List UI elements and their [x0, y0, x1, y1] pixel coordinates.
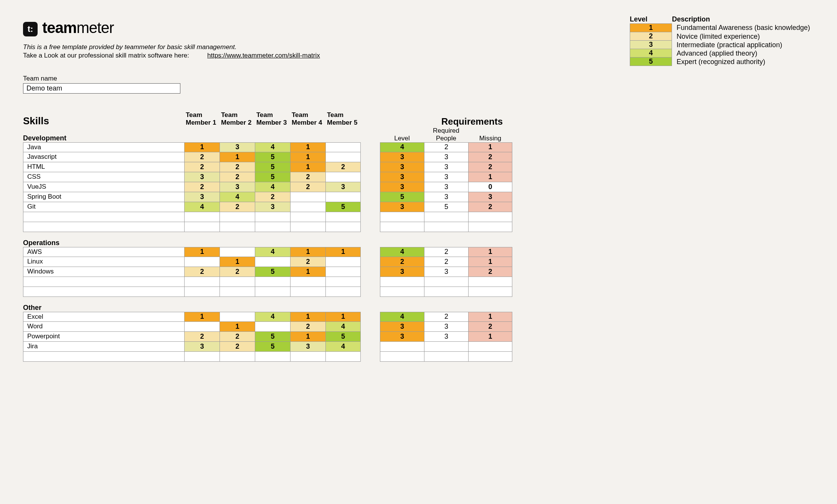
skill-level-cell[interactable] [220, 352, 255, 362]
req-missing-cell[interactable]: 1 [468, 247, 512, 257]
skill-level-cell[interactable]: 1 [290, 142, 325, 152]
req-missing-cell[interactable]: 2 [468, 202, 512, 212]
req-missing-cell[interactable]: 1 [468, 332, 512, 342]
skill-level-cell[interactable] [290, 212, 325, 222]
req-missing-cell[interactable]: 1 [468, 172, 512, 182]
req-people-cell[interactable]: 2 [424, 257, 468, 267]
skill-level-cell[interactable]: 3 [290, 342, 325, 352]
req-people-cell[interactable]: 2 [424, 312, 468, 322]
skill-level-cell[interactable] [325, 287, 361, 297]
skill-name-cell[interactable]: Git [23, 202, 184, 212]
skill-level-cell[interactable]: 2 [290, 172, 325, 182]
skill-level-cell[interactable]: 2 [220, 332, 255, 342]
req-people-cell[interactable]: 3 [424, 172, 468, 182]
skill-level-cell[interactable]: 3 [184, 342, 220, 352]
skill-level-cell[interactable]: 5 [255, 332, 290, 342]
skill-level-cell[interactable]: 3 [184, 172, 220, 182]
skill-level-cell[interactable] [290, 287, 325, 297]
req-missing-cell[interactable] [468, 342, 512, 352]
skill-level-cell[interactable]: 2 [220, 267, 255, 277]
req-people-cell[interactable] [424, 287, 468, 297]
skill-level-cell[interactable]: 1 [220, 322, 255, 332]
req-missing-cell[interactable]: 1 [468, 257, 512, 267]
skill-level-cell[interactable] [290, 277, 325, 287]
skill-level-cell[interactable]: 1 [325, 312, 361, 322]
skill-level-cell[interactable]: 4 [255, 142, 290, 152]
req-level-cell[interactable] [380, 212, 424, 222]
skill-level-cell[interactable]: 1 [290, 152, 325, 162]
req-people-cell[interactable] [424, 212, 468, 222]
req-level-cell[interactable] [380, 287, 424, 297]
skill-level-cell[interactable] [290, 202, 325, 212]
skill-level-cell[interactable]: 2 [184, 267, 220, 277]
req-people-cell[interactable]: 2 [424, 247, 468, 257]
skill-level-cell[interactable] [184, 277, 220, 287]
skill-name-cell[interactable]: Linux [23, 257, 184, 267]
req-missing-cell[interactable] [468, 287, 512, 297]
skill-name-cell[interactable]: Spring Boot [23, 192, 184, 202]
skill-level-cell[interactable] [184, 287, 220, 297]
req-people-cell[interactable]: 3 [424, 332, 468, 342]
skill-name-cell[interactable]: VueJS [23, 182, 184, 192]
skill-level-cell[interactable]: 5 [255, 267, 290, 277]
req-people-cell[interactable]: 3 [424, 192, 468, 202]
skill-name-cell[interactable]: CSS [23, 172, 184, 182]
req-missing-cell[interactable]: 3 [468, 192, 512, 202]
skill-level-cell[interactable]: 5 [325, 202, 361, 212]
skill-level-cell[interactable]: 4 [325, 342, 361, 352]
skill-name-cell[interactable] [23, 277, 184, 287]
skill-level-cell[interactable]: 3 [184, 192, 220, 202]
skill-level-cell[interactable] [184, 322, 220, 332]
req-people-cell[interactable]: 3 [424, 182, 468, 192]
skill-level-cell[interactable]: 2 [220, 172, 255, 182]
req-level-cell[interactable] [380, 352, 424, 362]
skill-level-cell[interactable]: 4 [184, 202, 220, 212]
skill-level-cell[interactable]: 2 [184, 152, 220, 162]
skill-level-cell[interactable]: 4 [220, 192, 255, 202]
skill-level-cell[interactable]: 4 [325, 322, 361, 332]
skill-level-cell[interactable]: 3 [255, 202, 290, 212]
skill-level-cell[interactable] [220, 212, 255, 222]
skill-level-cell[interactable]: 2 [220, 342, 255, 352]
skill-level-cell[interactable]: 2 [184, 162, 220, 172]
skill-level-cell[interactable] [220, 247, 255, 257]
skill-level-cell[interactable] [290, 192, 325, 202]
skill-name-cell[interactable]: Windows [23, 267, 184, 277]
skill-level-cell[interactable]: 2 [325, 162, 361, 172]
skill-level-cell[interactable] [220, 222, 255, 232]
req-missing-cell[interactable]: 2 [468, 267, 512, 277]
skill-level-cell[interactable]: 2 [184, 182, 220, 192]
skill-level-cell[interactable] [220, 277, 255, 287]
skill-level-cell[interactable]: 5 [325, 332, 361, 342]
req-missing-cell[interactable] [468, 277, 512, 287]
req-level-cell[interactable]: 3 [380, 267, 424, 277]
skill-level-cell[interactable]: 2 [290, 182, 325, 192]
req-level-cell[interactable] [380, 342, 424, 352]
skill-name-cell[interactable]: HTML [23, 162, 184, 172]
req-people-cell[interactable]: 3 [424, 162, 468, 172]
req-level-cell[interactable]: 2 [380, 257, 424, 267]
skill-level-cell[interactable]: 5 [255, 172, 290, 182]
req-people-cell[interactable]: 3 [424, 267, 468, 277]
skill-level-cell[interactable]: 2 [220, 162, 255, 172]
req-level-cell[interactable]: 3 [380, 162, 424, 172]
skill-level-cell[interactable] [325, 152, 361, 162]
req-missing-cell[interactable]: 1 [468, 312, 512, 322]
skill-level-cell[interactable] [325, 212, 361, 222]
skill-level-cell[interactable]: 2 [255, 192, 290, 202]
req-level-cell[interactable]: 4 [380, 247, 424, 257]
skill-name-cell[interactable]: Powerpoint [23, 332, 184, 342]
skill-name-cell[interactable]: Java [23, 142, 184, 152]
skill-level-cell[interactable] [255, 212, 290, 222]
skill-name-cell[interactable] [23, 222, 184, 232]
skill-level-cell[interactable]: 4 [255, 247, 290, 257]
skill-level-cell[interactable] [255, 222, 290, 232]
req-missing-cell[interactable]: 2 [468, 322, 512, 332]
req-people-cell[interactable]: 3 [424, 322, 468, 332]
skill-name-cell[interactable] [23, 212, 184, 222]
skill-name-cell[interactable]: Javascript [23, 152, 184, 162]
skill-level-cell[interactable] [325, 352, 361, 362]
req-level-cell[interactable]: 3 [380, 182, 424, 192]
skill-level-cell[interactable] [184, 257, 220, 267]
req-people-cell[interactable] [424, 342, 468, 352]
